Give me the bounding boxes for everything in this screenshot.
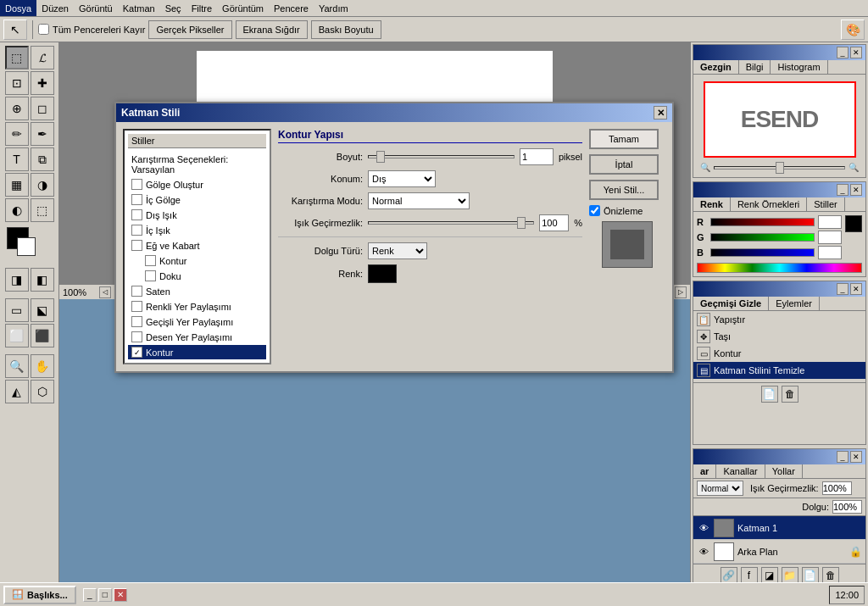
tab-katmanlar[interactable]: ar bbox=[693, 464, 716, 478]
gecisli-yer-check[interactable] bbox=[131, 316, 142, 327]
tab-eylemler[interactable]: Eylemler bbox=[769, 297, 820, 310]
tool-clone[interactable]: ⊕ bbox=[5, 97, 29, 120]
boyut-slider-thumb[interactable] bbox=[376, 151, 385, 163]
layer-new-btn[interactable]: 📄 bbox=[802, 567, 819, 584]
layer-item-2[interactable]: 👁 Arka Plan 🔒 bbox=[693, 540, 865, 564]
history-delete-btn[interactable]: 🗑 bbox=[782, 386, 798, 403]
menu-filtre[interactable]: Filtre bbox=[186, 0, 217, 16]
layers-close-btn[interactable]: ✕ bbox=[850, 451, 862, 463]
eg-kabart-check[interactable] bbox=[131, 240, 142, 251]
tool-pen[interactable]: ✒ bbox=[31, 122, 54, 146]
history-tasi[interactable]: ✥ Taşı bbox=[693, 328, 865, 345]
tool-gradient[interactable]: ▦ bbox=[5, 173, 29, 197]
layer-group-btn[interactable]: 📁 bbox=[782, 567, 798, 584]
history-katman-stili[interactable]: ▤ Katman Stilini Temizle bbox=[693, 362, 865, 379]
g-slider[interactable] bbox=[710, 233, 815, 242]
tool-type[interactable]: T bbox=[5, 147, 29, 171]
fill-input[interactable] bbox=[832, 500, 862, 514]
baski-boyutu-btn[interactable]: Baskı Boyutu bbox=[311, 20, 381, 39]
color-minimize-btn[interactable]: _ bbox=[837, 184, 849, 196]
tab-gecmisi-gizle[interactable]: Geçmişi Gizle bbox=[693, 297, 769, 310]
ok-btn[interactable]: Tamam bbox=[589, 129, 659, 149]
zoom-out-btn[interactable]: ◁ bbox=[99, 286, 111, 298]
start-button[interactable]: 🪟 Başlıks... bbox=[3, 586, 76, 604]
dis-isik-check[interactable] bbox=[131, 209, 142, 220]
doku-check[interactable] bbox=[145, 270, 156, 281]
renk-swatch[interactable] bbox=[368, 264, 397, 283]
tum-pencereler-checkbox[interactable] bbox=[38, 24, 49, 35]
tab-stiller[interactable]: Stiller bbox=[807, 197, 845, 211]
style-desen-yer[interactable]: Desen Yer Paylaşımı bbox=[128, 330, 266, 344]
konum-select[interactable]: Dış İç Orta bbox=[368, 170, 436, 187]
golge-olustur-check[interactable] bbox=[131, 179, 142, 190]
new-style-btn[interactable]: Yeni Stil... bbox=[589, 180, 659, 200]
tool-extra1[interactable]: ◭ bbox=[5, 380, 29, 403]
zoom-slider[interactable] bbox=[714, 166, 845, 170]
menu-duzen[interactable]: Düzen bbox=[36, 0, 74, 16]
isik-slider-thumb[interactable] bbox=[517, 217, 526, 229]
tool-measure[interactable]: ⬚ bbox=[31, 198, 54, 222]
tab-gezgin[interactable]: Gezgin bbox=[693, 60, 739, 74]
tool-healing[interactable]: ✚ bbox=[31, 71, 54, 95]
tab-yollar[interactable]: Yollar bbox=[765, 464, 803, 478]
karisma-select[interactable]: Normal Çarpma Ekran bbox=[368, 192, 470, 209]
layer-item-1[interactable]: 👁 Katman 1 bbox=[693, 516, 865, 540]
tab-bilgi[interactable]: Bilgi bbox=[739, 60, 771, 74]
status-arrow-btn[interactable]: ▷ bbox=[675, 286, 687, 298]
ekrana-sigdir-btn[interactable]: Ekrana Sığdır bbox=[236, 20, 308, 39]
tool-screenmode4[interactable]: ⬛ bbox=[31, 324, 54, 347]
b-slider[interactable] bbox=[710, 248, 815, 257]
tool-marquee[interactable]: ⬚ bbox=[5, 46, 29, 69]
tool-crop[interactable]: ⊡ bbox=[5, 71, 29, 95]
tool-dodge[interactable]: ◐ bbox=[5, 198, 29, 222]
dialog-close-btn[interactable]: ✕ bbox=[654, 106, 667, 120]
tool-brush[interactable]: ✏ bbox=[5, 122, 29, 146]
tool-quickmask[interactable]: ◨ bbox=[5, 268, 29, 292]
history-yapistir[interactable]: 📋 Yapıştır bbox=[693, 311, 865, 328]
style-kontur-active[interactable]: ✓ Kontur bbox=[128, 345, 266, 359]
menu-goruntum[interactable]: Görüntüm bbox=[217, 0, 269, 16]
layer-2-visibility[interactable]: 👁 bbox=[697, 545, 710, 559]
kontur-active-check[interactable]: ✓ bbox=[131, 347, 142, 358]
color-swatch-fg[interactable] bbox=[845, 215, 862, 232]
boyut-input[interactable] bbox=[520, 148, 554, 165]
tab-renk[interactable]: Renk bbox=[693, 197, 731, 211]
tool-eraser[interactable]: ◻ bbox=[31, 97, 54, 120]
tool-screenmode1[interactable]: ▭ bbox=[5, 298, 29, 322]
tool-lasso[interactable]: 𝓛 bbox=[31, 46, 54, 69]
style-gecisli-yer[interactable]: Geçişli Yer Paylaşımı bbox=[128, 314, 266, 329]
style-blending[interactable]: Karıştırma Seçenekleri: Varsayılan bbox=[128, 153, 266, 176]
style-saten[interactable]: Saten bbox=[128, 284, 266, 298]
g-value[interactable] bbox=[818, 231, 842, 244]
menu-yardim[interactable]: Yardım bbox=[314, 0, 353, 16]
renkli-yer-check[interactable] bbox=[131, 301, 142, 312]
ic-isik-check[interactable] bbox=[131, 225, 142, 236]
history-new-btn[interactable]: 📄 bbox=[761, 386, 778, 403]
layers-minimize-btn[interactable]: _ bbox=[837, 451, 849, 463]
opacity-input[interactable] bbox=[822, 481, 852, 495]
blend-mode-select[interactable]: Normal bbox=[697, 481, 743, 496]
layer-style-btn[interactable]: f bbox=[741, 567, 758, 584]
layer-link-btn[interactable]: 🔗 bbox=[721, 567, 737, 584]
menu-dosya[interactable]: Dosya bbox=[0, 0, 36, 16]
style-renkli-yer[interactable]: Renkli Yer Paylaşımı bbox=[128, 299, 266, 314]
preview-checkbox[interactable] bbox=[589, 205, 600, 216]
r-slider[interactable] bbox=[710, 218, 815, 226]
color-close-btn[interactable]: ✕ bbox=[850, 184, 862, 196]
saten-check[interactable] bbox=[131, 286, 142, 297]
isik-input[interactable] bbox=[539, 214, 569, 231]
isik-slider-track[interactable] bbox=[368, 221, 534, 225]
taskbar-close-btn[interactable]: ✕ bbox=[114, 588, 127, 602]
tab-histogram[interactable]: Histogram bbox=[771, 60, 827, 74]
menu-katman[interactable]: Katman bbox=[118, 0, 160, 16]
navigator-minimize-btn[interactable]: _ bbox=[837, 47, 849, 58]
spectrum-bar[interactable] bbox=[697, 263, 862, 273]
history-kontur[interactable]: ▭ Kontur bbox=[693, 345, 865, 362]
tool-screenmode3[interactable]: ⬜ bbox=[5, 324, 29, 347]
style-kontur-sub[interactable]: Kontur bbox=[128, 253, 266, 268]
style-ic-isik[interactable]: İç Işık bbox=[128, 223, 266, 237]
tool-screenmode2[interactable]: ⬕ bbox=[31, 298, 54, 322]
tool-zoom[interactable]: 🔍 bbox=[5, 354, 29, 378]
style-ic-golge[interactable]: İç Gölge bbox=[128, 192, 266, 207]
dolgu-select[interactable]: Renk Degrade Desen bbox=[368, 242, 427, 259]
